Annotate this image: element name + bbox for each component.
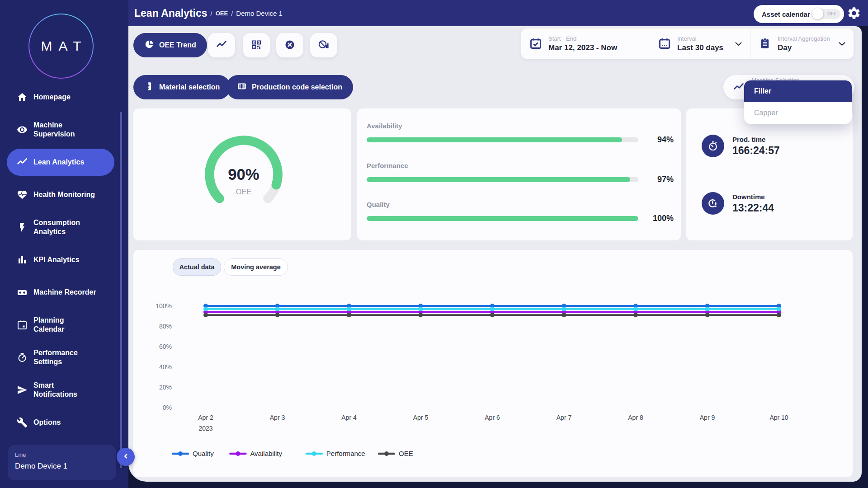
interval-value: Last 30 days bbox=[677, 43, 723, 52]
app-root: MAT Homepage Machine Supervision Lean An… bbox=[0, 0, 868, 488]
availability-bar-fill bbox=[367, 137, 622, 142]
calendar-icon bbox=[658, 37, 672, 51]
sidebar-item-label: KPI Analytics bbox=[33, 255, 80, 264]
qr-grid-view-button[interactable] bbox=[243, 33, 270, 57]
asset-calendar-toggle[interactable]: OFF bbox=[811, 9, 840, 19]
interval-aggregation-selector[interactable]: Interval Aggregation Day bbox=[750, 28, 854, 59]
dropdown-option-capper[interactable]: Capper bbox=[744, 102, 852, 124]
sidebar-item-lean-analytics[interactable]: Lean Analytics bbox=[0, 146, 128, 178]
svg-text:Apr 5: Apr 5 bbox=[413, 414, 429, 421]
dropdown-option-filler[interactable]: Filler bbox=[744, 80, 852, 102]
downtime-value: 13:22:44 bbox=[732, 202, 774, 214]
prod-time-label: Prod. time bbox=[732, 136, 780, 143]
svg-text:Quality: Quality bbox=[193, 450, 214, 457]
line-chart-view-button[interactable] bbox=[208, 33, 235, 57]
tab-actual-data[interactable]: Actual data bbox=[173, 258, 221, 276]
sidebar-item-health-monitoring[interactable]: Health Monitoring bbox=[0, 178, 128, 211]
sidebar-item-label: Machine Supervision bbox=[33, 121, 75, 139]
interval-selector[interactable]: Interval Last 30 days bbox=[650, 28, 750, 59]
trend-icon bbox=[16, 156, 28, 168]
legend-item-availability[interactable]: Availability bbox=[230, 450, 282, 457]
svg-text:100%: 100% bbox=[156, 302, 172, 310]
trend-icon bbox=[733, 82, 744, 93]
kpi-bars-card: Availability 94% Performance 97% Quality… bbox=[357, 108, 681, 240]
gauge-value: 90% bbox=[228, 166, 259, 183]
sidebar-item-label: Options bbox=[33, 418, 61, 427]
performance-row: Performance 97% bbox=[367, 162, 674, 184]
svg-text:Availability: Availability bbox=[250, 450, 282, 457]
gear-icon[interactable] bbox=[847, 6, 861, 20]
start-end-selector[interactable]: Start - End Mar 12, 2023 - Now bbox=[521, 28, 650, 59]
prod-time-value: 166:24:57 bbox=[732, 145, 780, 157]
sidebar-item-options[interactable]: Options bbox=[0, 406, 128, 439]
sidebar-item-machine-recorder[interactable]: Machine Recorder bbox=[0, 276, 128, 309]
oee-trend-chart: 0%20%40%60%80%100%Apr 22023Apr 3Apr 4Apr… bbox=[133, 250, 853, 477]
times-card: Prod. time 166:24:57 Downtime 13:22:44 bbox=[686, 108, 853, 240]
start-end-value: Mar 12, 2023 - Now bbox=[548, 43, 617, 52]
bar-chart-icon bbox=[16, 254, 28, 266]
production-code-selection-button[interactable]: Production code selection bbox=[226, 75, 353, 99]
svg-text:Apr 2: Apr 2 bbox=[198, 414, 213, 421]
interval-label: Interval bbox=[677, 35, 723, 42]
sidebar-scrollbar[interactable] bbox=[120, 112, 122, 468]
breadcrumb-oee: OEE bbox=[216, 10, 228, 17]
no-data-chart-button[interactable] bbox=[310, 33, 337, 57]
sidebar-item-planning-calendar[interactable]: Planning Calendar bbox=[0, 309, 128, 341]
sidebar-item-consumption-analytics[interactable]: Consumption Analytics bbox=[0, 211, 128, 244]
production-code-selection-label: Production code selection bbox=[252, 83, 342, 91]
device-name: Demo Device 1 bbox=[15, 462, 116, 471]
mat-logo: MAT bbox=[28, 14, 94, 79]
oee-trend-chart-card: 0%20%40%60%80%100%Apr 22023Apr 3Apr 4Apr… bbox=[133, 250, 853, 477]
sidebar-item-machine-supervision[interactable]: Machine Supervision bbox=[0, 113, 128, 146]
qr-code-icon bbox=[251, 39, 262, 52]
breadcrumb-device: Demo Device 1 bbox=[236, 9, 283, 17]
tab-moving-average[interactable]: Moving average bbox=[224, 258, 288, 276]
trend-icon bbox=[216, 39, 227, 52]
chevron-left-icon bbox=[123, 453, 129, 460]
gauge-label: OEE bbox=[236, 188, 252, 196]
material-selection-label: Material selection bbox=[159, 83, 220, 91]
sidebar-collapse-button[interactable] bbox=[117, 448, 135, 466]
breadcrumb-separator: / bbox=[231, 9, 233, 17]
svg-text:Apr 7: Apr 7 bbox=[557, 414, 572, 421]
material-selection-button[interactable]: Material selection bbox=[133, 75, 231, 99]
stopwatch-icon bbox=[702, 135, 724, 157]
eye-icon bbox=[16, 124, 28, 136]
sidebar-item-homepage[interactable]: Homepage bbox=[0, 81, 128, 113]
legend-item-oee[interactable]: OEE bbox=[379, 450, 413, 457]
recorder-icon bbox=[16, 286, 28, 298]
oee-trend-button[interactable]: OEE Trend bbox=[133, 33, 207, 57]
quality-value: 100% bbox=[645, 214, 674, 223]
toggle-knob bbox=[812, 8, 823, 19]
svg-text:Apr 6: Apr 6 bbox=[485, 414, 500, 421]
logo-text: MAT bbox=[34, 38, 87, 54]
aggregation-label: Interval Aggregation bbox=[778, 35, 830, 42]
sidebar-item-kpi-analytics[interactable]: KPI Analytics bbox=[0, 244, 128, 276]
legend-item-performance[interactable]: Performance bbox=[307, 450, 365, 457]
oee-gauge: 90% OEE bbox=[198, 128, 290, 221]
svg-text:Performance: Performance bbox=[326, 450, 365, 457]
clipboard-icon bbox=[759, 37, 772, 51]
y-axis: 0%20%40%60%80%100% bbox=[156, 302, 172, 411]
sidebar-item-label: Smart Notifications bbox=[33, 381, 77, 399]
chevron-down-icon bbox=[839, 40, 845, 48]
availability-bar-track bbox=[367, 137, 638, 142]
calendar-check-icon bbox=[529, 37, 543, 51]
downtime-row: Downtime 13:22:44 bbox=[702, 192, 774, 215]
sidebar-item-label: Consumption Analytics bbox=[33, 218, 80, 236]
asset-calendar-toggle-pill[interactable]: Asset calendar OFF bbox=[754, 5, 844, 23]
svg-text:OEE: OEE bbox=[399, 450, 413, 457]
sidebar-item-smart-notifications[interactable]: Smart Notifications bbox=[0, 374, 128, 406]
legend-item-quality[interactable]: Quality bbox=[173, 450, 214, 457]
svg-text:20%: 20% bbox=[159, 384, 172, 391]
cylinder-icon bbox=[144, 81, 154, 93]
availability-label: Availability bbox=[367, 122, 674, 130]
clock-alert-icon bbox=[702, 192, 724, 215]
top-bar: Lean Analytics / OEE / Demo Device 1 Ass… bbox=[128, 0, 868, 26]
aggregation-value: Day bbox=[778, 43, 830, 52]
clear-view-button[interactable] bbox=[276, 33, 303, 57]
svg-text:60%: 60% bbox=[159, 343, 172, 350]
sidebar-item-performance-settings[interactable]: Performance Settings bbox=[0, 341, 128, 374]
sidebar-nav: Homepage Machine Supervision Lean Analyt… bbox=[0, 81, 128, 439]
svg-text:Apr 4: Apr 4 bbox=[341, 414, 357, 421]
